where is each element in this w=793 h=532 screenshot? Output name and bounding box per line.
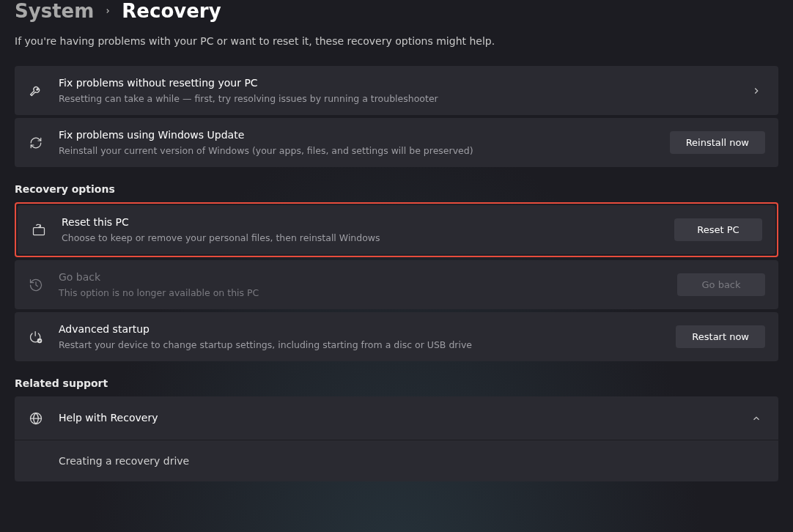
reset-pc-card: Reset this PC Choose to keep or remove y… [18,205,775,254]
reset-pc-button[interactable]: Reset PC [674,218,762,241]
creating-recovery-drive-link[interactable]: Creating a recovery drive [15,440,778,481]
help-with-recovery-card[interactable]: Help with Recovery [15,396,778,440]
reinstall-now-button[interactable]: Reinstall now [670,131,765,154]
page-description: If you're having problems with your PC o… [15,35,778,47]
breadcrumb: System Recovery [15,0,778,22]
card-subtitle: This option is no longer available on th… [59,287,677,300]
card-body: Reset this PC Choose to keep or remove y… [62,215,674,244]
card-title: Reset this PC [62,215,674,230]
card-subtitle: Reinstall your current version of Window… [59,144,670,158]
svg-rect-0 [34,227,45,234]
card-subtitle: Resetting can take a while — first, try … [59,92,748,106]
breadcrumb-current: Recovery [122,0,221,22]
card-title: Fix problems using Windows Update [59,128,670,143]
fix-problems-card[interactable]: Fix problems without resetting your PC R… [15,66,778,115]
card-body: Help with Recovery [59,411,748,426]
chevron-up-icon[interactable] [748,413,765,424]
reset-pc-icon [31,222,47,238]
advanced-startup-card: Advanced startup Restart your device to … [15,312,778,361]
card-body: Go back This option is no longer availab… [59,270,677,299]
card-title: Advanced startup [59,322,676,337]
card-subtitle: Restart your device to change startup se… [59,339,676,352]
wrench-icon [28,83,44,99]
chevron-right-icon [104,7,111,15]
card-title: Go back [59,270,677,285]
globe-help-icon [28,410,44,426]
go-back-card: Go back This option is no longer availab… [15,260,778,309]
chevron-right-icon [748,86,765,96]
card-body: Advanced startup Restart your device to … [59,322,676,351]
highlight-box: Reset this PC Choose to keep or remove y… [15,202,778,257]
related-support-heading: Related support [15,377,778,389]
card-title: Help with Recovery [59,411,748,426]
card-body: Fix problems using Windows Update Reinst… [59,128,670,157]
breadcrumb-parent[interactable]: System [15,0,94,22]
recovery-options-heading: Recovery options [15,183,778,195]
card-subtitle: Choose to keep or remove your personal f… [62,232,674,245]
windows-update-card: Fix problems using Windows Update Reinst… [15,118,778,167]
card-body: Fix problems without resetting your PC R… [59,76,748,105]
history-icon [28,277,44,293]
go-back-button: Go back [677,273,765,296]
power-gear-icon [28,329,44,345]
refresh-icon [28,135,44,151]
card-title: Fix problems without resetting your PC [59,76,748,91]
restart-now-button[interactable]: Restart now [676,325,765,348]
